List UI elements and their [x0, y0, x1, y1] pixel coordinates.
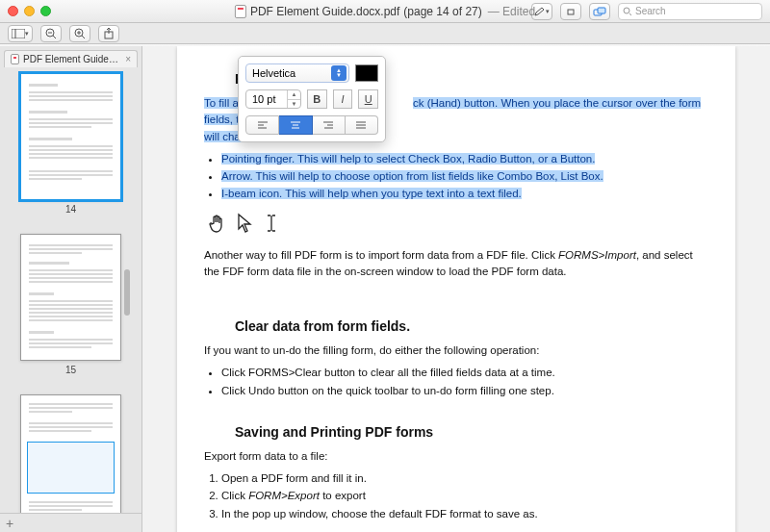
text-align-segment: [245, 115, 378, 135]
stepper-down[interactable]: ▼: [288, 100, 300, 109]
align-right-icon: [322, 120, 334, 130]
bold-button[interactable]: B: [307, 89, 327, 109]
thumbnail-page-number: 15: [20, 365, 121, 375]
thumbnails-sidebar: PDF Element Guide.docx.pdf × 14: [0, 46, 142, 532]
thumbnail-page-15[interactable]: [20, 234, 121, 361]
heading-save: Saving and Printing PDF forms: [235, 422, 708, 443]
font-family-select[interactable]: Helvetica ▲▼: [245, 63, 349, 83]
align-left-icon: [257, 120, 269, 130]
search-field[interactable]: Search: [618, 3, 762, 20]
italic-button[interactable]: I: [333, 89, 353, 109]
svg-rect-5: [12, 29, 25, 38]
font-style-popover: Helvetica ▲▼ 10 pt ▲▼ B I U: [238, 56, 386, 142]
thumbnail-list[interactable]: 14 15 16: [0, 67, 141, 513]
zoom-window-button[interactable]: [40, 6, 51, 16]
thumbnail-page-14[interactable]: [20, 73, 121, 200]
title-area: PDF Element Guide.docx.pdf (page 14 of 2…: [235, 5, 535, 18]
heading-clear: Clear data from form fields.: [235, 317, 708, 337]
text-color-swatch[interactable]: [355, 64, 378, 82]
svg-line-13: [82, 36, 85, 38]
clear-bullets: Click FORMS>Clear button to clear all th…: [221, 365, 708, 399]
share-icon: [593, 7, 606, 16]
hand-cursor-icon: [208, 213, 227, 234]
export-steps: Open a PDF form and fill it in. Click FO…: [221, 470, 708, 522]
close-window-button[interactable]: [8, 6, 18, 16]
arrow-cursor-icon: [235, 213, 254, 234]
font-size-stepper[interactable]: 10 pt ▲▼: [245, 89, 301, 109]
font-family-value: Helvetica: [252, 67, 295, 79]
markup-button[interactable]: [560, 3, 581, 20]
sidebar-tab[interactable]: PDF Element Guide.docx.pdf ×: [4, 50, 138, 67]
underline-button[interactable]: U: [358, 89, 378, 109]
cursor-bullets: Pointing finger. This will help to selec…: [221, 151, 708, 203]
select-stepper-icon: ▲▼: [331, 65, 346, 81]
paragraph-export-intro: Export form data to a file:: [204, 448, 708, 465]
paragraph-clear-intro: If you want to un-do the filling form, d…: [204, 342, 708, 359]
sidebar-scrollbar-thumb[interactable]: [124, 269, 130, 316]
share-button[interactable]: [589, 3, 610, 20]
document-filename: PDF Element Guide.docx.pdf: [250, 5, 399, 18]
align-left-button[interactable]: [245, 115, 279, 135]
search-icon: [623, 7, 632, 16]
align-center-icon: [290, 120, 301, 130]
ibeam-cursor-icon: [262, 213, 281, 234]
align-justify-button[interactable]: [346, 115, 378, 135]
document-icon: [11, 54, 19, 64]
zoom-in-button[interactable]: [69, 25, 90, 42]
svg-rect-2: [598, 8, 605, 13]
paragraph-import: Another way to fill PDF form is to impor…: [204, 247, 708, 281]
thumbnail-page-number: 14: [20, 204, 121, 215]
export-icon: [104, 28, 114, 39]
zoom-out-icon: [45, 28, 57, 39]
sidebar-icon: [12, 29, 25, 38]
sidebar-footer: +: [0, 513, 141, 532]
zoom-out-button[interactable]: [40, 25, 62, 42]
cursor-icons-row: [204, 213, 708, 234]
align-center-button[interactable]: [279, 115, 312, 135]
sidebar-tab-label: PDF Element Guide.docx.pdf: [23, 54, 119, 64]
view-toolbar: ▾: [0, 23, 770, 44]
sidebar-toggle-button[interactable]: ▾: [8, 25, 33, 42]
zoom-in-icon: [74, 28, 86, 39]
svg-line-4: [629, 13, 631, 15]
add-page-button[interactable]: +: [6, 516, 13, 531]
close-tab-icon[interactable]: ×: [125, 54, 131, 64]
align-right-button[interactable]: [313, 115, 346, 135]
svg-line-9: [53, 36, 56, 38]
stepper-up[interactable]: ▲: [288, 90, 300, 100]
font-size-value: 10 pt: [252, 93, 275, 105]
window-titlebar: PDF Element Guide.docx.pdf (page 14 of 2…: [0, 0, 770, 23]
thumbnail-page-16[interactable]: [20, 394, 121, 513]
search-placeholder: Search: [635, 6, 666, 16]
export-share-button[interactable]: [98, 25, 119, 42]
svg-rect-0: [568, 10, 574, 14]
document-icon: [235, 5, 246, 18]
pencil-icon: [534, 7, 546, 16]
page-indicator: (page 14 of 27): [403, 5, 481, 18]
highlighter-icon: [565, 7, 577, 16]
svg-point-3: [624, 8, 629, 13]
edited-status: — Edited: [488, 5, 535, 18]
align-justify-icon: [355, 120, 367, 130]
minimize-window-button[interactable]: [24, 6, 35, 16]
traffic-lights: [8, 6, 51, 16]
document-viewport[interactable]: Fill To fill a PDFck (Hand) button. When…: [142, 46, 770, 532]
